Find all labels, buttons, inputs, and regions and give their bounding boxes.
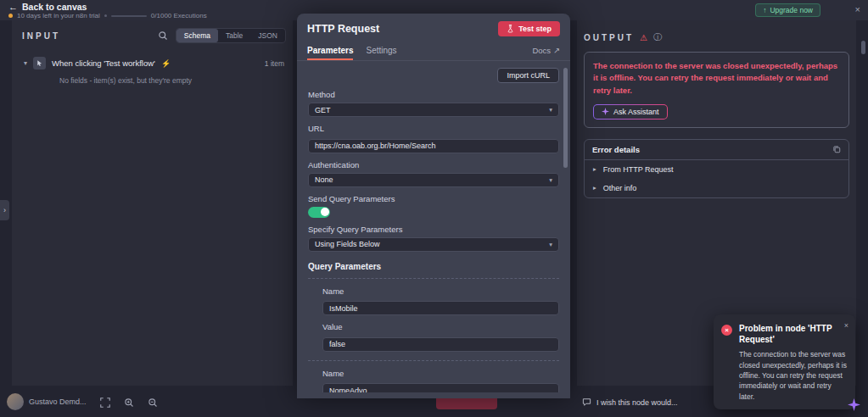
tab-parameters[interactable]: Parameters xyxy=(307,41,353,60)
zoom-out-icon[interactable] xyxy=(148,398,158,408)
back-arrow-icon: ← xyxy=(8,2,18,12)
param-name-input[interactable] xyxy=(322,383,559,392)
manual-trigger-icon xyxy=(33,57,46,70)
error-circle-icon: × xyxy=(721,325,732,336)
modal-scrollbar[interactable] xyxy=(563,68,568,168)
authentication-value: None xyxy=(315,175,333,184)
test-step-button[interactable]: Test step xyxy=(498,21,560,36)
back-to-canvas-button[interactable]: ← Back to canvas xyxy=(8,2,87,12)
user-menu[interactable]: Gustavo Demd... xyxy=(7,393,87,410)
lightning-icon: ⚡ xyxy=(161,59,171,68)
speech-bubble-icon xyxy=(582,398,591,407)
ask-assistant-label: Ask Assistant xyxy=(613,108,659,116)
method-select[interactable]: GET ▾ xyxy=(308,103,559,117)
detail-other-info[interactable]: ▸ Other info xyxy=(585,179,848,197)
chevron-down-icon: ▾ xyxy=(549,176,552,184)
tab-settings[interactable]: Settings xyxy=(366,41,396,60)
specify-query-select[interactable]: Using Fields Below ▾ xyxy=(308,237,559,252)
input-view-switcher: Schema Table JSON xyxy=(176,28,286,43)
param-value-label: Value xyxy=(322,322,559,331)
detail-row-label: Other info xyxy=(603,184,637,192)
empty-fields-note: No fields - item(s) exist, but they're e… xyxy=(12,73,293,85)
separator-dot xyxy=(104,14,107,17)
chevron-right-icon: ▸ xyxy=(593,184,596,192)
sparkle-icon xyxy=(602,108,609,115)
node-settings-modal: HTTP Request Test step Parameters Settin… xyxy=(297,14,570,398)
toast-close-icon[interactable]: × xyxy=(844,321,848,330)
error-message-text: The connection to the server was closed … xyxy=(593,60,840,97)
error-message-box: The connection to the server was closed … xyxy=(584,52,849,128)
url-input[interactable] xyxy=(308,139,559,153)
parameters-form: Import cURL Method GET ▾ URL Authenticat… xyxy=(297,61,570,392)
trial-info: 10 days left in your n8n trial 0/1000 Ex… xyxy=(8,12,207,19)
import-curl-button[interactable]: Import cURL xyxy=(497,68,559,83)
executions-progress-bar xyxy=(111,15,147,17)
param-value-input[interactable] xyxy=(322,337,559,352)
error-details-title: Error details xyxy=(592,145,640,154)
item-count: 1 item xyxy=(265,59,284,68)
authentication-select[interactable]: None ▾ xyxy=(308,173,559,187)
node-title: HTTP Request xyxy=(307,23,379,35)
input-panel-title: INPUT xyxy=(22,31,60,41)
trial-dot-icon xyxy=(8,14,13,18)
query-parameters-heading: Query Parameters xyxy=(308,262,559,271)
upgrade-icon: ↑ xyxy=(763,6,766,14)
specify-query-value: Using Fields Below xyxy=(315,240,380,248)
fit-view-icon[interactable] xyxy=(100,398,110,408)
panel-expand-handle[interactable]: › xyxy=(0,200,9,220)
executions-text: 0/1000 Executions xyxy=(151,12,207,19)
upgrade-now-button[interactable]: ↑ Upgrade now xyxy=(755,3,820,17)
docs-label: Docs xyxy=(532,46,551,55)
copy-icon[interactable] xyxy=(832,145,841,153)
method-label: Method xyxy=(308,90,559,99)
info-icon[interactable]: ⓘ xyxy=(653,31,662,43)
param-name-label: Name xyxy=(322,369,559,378)
method-value: GET xyxy=(315,106,331,114)
input-trigger-row[interactable]: ▾ When clicking 'Test workflow' ⚡ 1 item xyxy=(12,50,293,73)
upgrade-label: Upgrade now xyxy=(770,6,813,14)
tab-table[interactable]: Table xyxy=(218,29,250,42)
tab-schema[interactable]: Schema xyxy=(176,29,218,42)
back-label: Back to canvas xyxy=(22,2,87,12)
detail-from-http-request[interactable]: ▸ From HTTP Request xyxy=(585,160,848,179)
node-feedback-link[interactable]: I wish this node would... xyxy=(582,398,678,407)
trigger-node-label: When clicking 'Test workflow' xyxy=(52,58,155,68)
output-scrollbar[interactable] xyxy=(861,41,865,54)
ai-assistant-button[interactable] xyxy=(848,398,860,411)
param-name-input[interactable] xyxy=(322,301,559,315)
flask-icon xyxy=(507,25,514,33)
query-parameter-item: Name Value xyxy=(308,361,559,393)
chevron-down-icon: ▾ xyxy=(24,59,27,67)
send-query-label: Send Query Parameters xyxy=(308,194,559,203)
close-ndv-icon[interactable]: × xyxy=(855,4,860,14)
chevron-right-icon: › xyxy=(3,206,6,214)
external-link-icon: ↗ xyxy=(553,46,560,55)
test-step-label: Test step xyxy=(518,25,552,33)
url-label: URL xyxy=(308,124,559,133)
query-parameter-item: Name Value xyxy=(308,279,559,361)
param-name-label: Name xyxy=(322,286,559,296)
chevron-down-icon: ▾ xyxy=(549,106,552,114)
chevron-down-icon: ▾ xyxy=(549,241,552,248)
user-avatar xyxy=(7,393,24,410)
detail-row-label: From HTTP Request xyxy=(603,165,674,174)
chevron-right-icon: ▸ xyxy=(593,165,596,173)
tab-json[interactable]: JSON xyxy=(250,29,285,42)
input-panel: INPUT Schema Table JSON ▾ When clicking … xyxy=(12,20,293,386)
search-icon[interactable] xyxy=(158,31,168,41)
ask-assistant-button[interactable]: Ask Assistant xyxy=(593,104,668,120)
zoom-in-icon[interactable] xyxy=(124,398,134,408)
error-toast: × Problem in node 'HTTP Request' × The c… xyxy=(714,314,855,409)
user-name: Gustavo Demd... xyxy=(29,398,87,406)
toast-message: The connection to the server was closed … xyxy=(739,349,847,402)
trial-text: 10 days left in your n8n trial xyxy=(17,12,100,19)
docs-link[interactable]: Docs ↗ xyxy=(532,46,560,55)
authentication-label: Authentication xyxy=(308,160,559,170)
query-parameters-list: Name Value Name Value xyxy=(308,278,559,393)
error-details-box: Error details ▸ From HTTP Request ▸ Othe… xyxy=(584,139,849,198)
specify-query-label: Specify Query Parameters xyxy=(308,225,559,234)
warning-icon: ⚠ xyxy=(640,33,647,42)
node-feedback-text: I wish this node would... xyxy=(596,398,678,407)
send-query-toggle[interactable] xyxy=(308,207,330,218)
canvas-controls xyxy=(100,398,158,408)
